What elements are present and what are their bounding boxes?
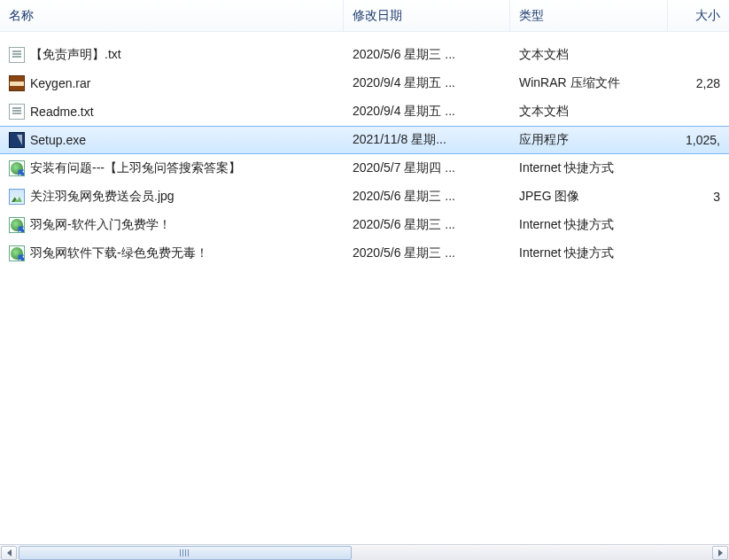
- file-modified: 2020/5/7 星期四 ...: [344, 160, 510, 176]
- file-modified: 2020/5/6 星期三 ...: [344, 245, 510, 261]
- internet-shortcut-icon: [9, 217, 25, 233]
- file-row[interactable]: Keygen.rar 2020/9/4 星期五 ... WinRAR 压缩文件 …: [0, 69, 729, 97]
- image-file-icon: [9, 189, 25, 205]
- file-list: 【免责声明】.txt 2020/5/6 星期三 ... 文本文档 Keygen.…: [0, 32, 729, 544]
- file-row[interactable]: 安装有问题---【上羽兔问答搜索答案】 2020/5/7 星期四 ... Int…: [0, 154, 729, 183]
- file-name: Keygen.rar: [30, 76, 90, 90]
- archive-file-icon: [9, 75, 25, 91]
- file-row[interactable]: 关注羽兔网免费送会员.jpg 2020/5/6 星期三 ... JPEG 图像 …: [0, 183, 729, 211]
- file-type: Internet 快捷方式: [510, 160, 668, 176]
- file-name: 羽兔网软件下载-绿色免费无毒！: [30, 245, 208, 261]
- file-name: 【免责声明】.txt: [30, 47, 121, 63]
- file-row[interactable]: 羽兔网软件下载-绿色免费无毒！ 2020/5/6 星期三 ... Interne…: [0, 239, 729, 268]
- file-size: 3: [668, 190, 729, 204]
- chevron-right-icon: [718, 549, 723, 556]
- file-name: 关注羽兔网免费送会员.jpg: [30, 189, 174, 205]
- file-name: Setup.exe: [30, 133, 86, 147]
- file-size: 2,28: [668, 76, 729, 90]
- file-size: 1,025,: [668, 133, 729, 147]
- file-type: 文本文档: [510, 47, 668, 63]
- file-type: JPEG 图像: [510, 189, 668, 205]
- internet-shortcut-icon: [9, 245, 25, 261]
- text-file-icon: [9, 47, 25, 63]
- application-icon: [9, 132, 25, 148]
- file-name: Readme.txt: [30, 105, 94, 119]
- scroll-right-button[interactable]: [712, 546, 728, 560]
- file-type: Internet 快捷方式: [510, 217, 668, 233]
- column-header-label: 类型: [519, 8, 544, 24]
- column-header-label: 修改日期: [353, 8, 402, 24]
- file-type: Internet 快捷方式: [510, 245, 668, 261]
- file-row[interactable]: Readme.txt 2020/9/4 星期五 ... 文本文档: [0, 97, 729, 126]
- column-header-name[interactable]: 名称: [0, 0, 344, 31]
- file-name: 羽兔网-软件入门免费学！: [30, 217, 171, 233]
- file-type: 文本文档: [510, 104, 668, 120]
- text-file-icon: [9, 104, 25, 120]
- file-type: WinRAR 压缩文件: [510, 75, 668, 91]
- column-header-label: 大小: [695, 8, 720, 24]
- scroll-left-button[interactable]: [1, 546, 17, 560]
- column-header-type[interactable]: 类型: [510, 0, 668, 31]
- file-modified: 2020/5/6 星期三 ...: [344, 189, 510, 205]
- file-row[interactable]: 【免责声明】.txt 2020/5/6 星期三 ... 文本文档: [0, 41, 729, 69]
- file-type: 应用程序: [510, 132, 668, 148]
- file-modified: 2020/9/4 星期五 ...: [344, 75, 510, 91]
- scrollbar-track[interactable]: [19, 546, 710, 560]
- file-row[interactable]: 羽兔网-软件入门免费学！ 2020/5/6 星期三 ... Internet 快…: [0, 211, 729, 239]
- file-name: 安装有问题---【上羽兔问答搜索答案】: [30, 160, 241, 176]
- column-headers: 名称 修改日期 类型 大小: [0, 0, 729, 32]
- chevron-left-icon: [7, 549, 12, 556]
- scrollbar-thumb[interactable]: [19, 546, 352, 560]
- column-header-size[interactable]: 大小: [668, 0, 729, 31]
- scrollbar-grip-icon: [180, 549, 190, 556]
- column-header-modified[interactable]: 修改日期: [344, 0, 510, 31]
- file-modified: 2021/11/8 星期...: [344, 132, 510, 148]
- file-modified: 2020/5/6 星期三 ...: [344, 217, 510, 233]
- file-row-selected[interactable]: Setup.exe 2021/11/8 星期... 应用程序 1,025,: [0, 126, 729, 154]
- file-modified: 2020/9/4 星期五 ...: [344, 104, 510, 120]
- internet-shortcut-icon: [9, 160, 25, 176]
- column-header-label: 名称: [9, 8, 34, 24]
- file-modified: 2020/5/6 星期三 ...: [344, 47, 510, 63]
- file-explorer-details-view: 名称 修改日期 类型 大小 【免责声明】.txt 2020/5/6 星期三 ..…: [0, 0, 729, 560]
- horizontal-scrollbar[interactable]: [0, 544, 729, 560]
